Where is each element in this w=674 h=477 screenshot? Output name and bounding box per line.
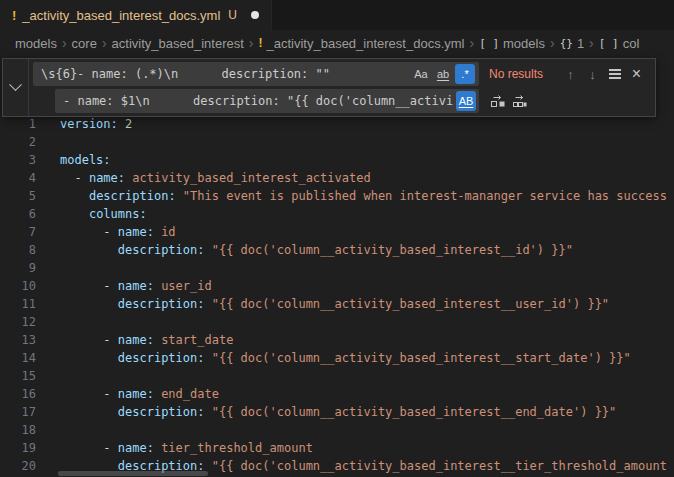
breadcrumb-label: activity_based_interest — [112, 36, 244, 51]
code-line[interactable]: 19 - name: tier_threshold_amount — [0, 439, 674, 457]
match-case-button[interactable]: Aa — [411, 64, 431, 84]
code-line[interactable]: 6 columns: — [0, 205, 674, 223]
warning-icon: ! — [258, 36, 262, 50]
line-number: 13 — [0, 331, 36, 349]
find-replace-widget: Aa ab .* No results ↑ ↓ × AB — [2, 58, 656, 117]
replace-all-button[interactable] — [509, 91, 530, 112]
line-number: 1 — [0, 115, 36, 133]
replace-input[interactable] — [55, 89, 479, 113]
next-match-button[interactable]: ↓ — [582, 64, 603, 85]
find-input-wrap: Aa ab .* — [33, 62, 479, 86]
code-text: - name: tier_threshold_amount — [36, 439, 313, 457]
breadcrumb-item[interactable]: !_activity_based_interest_docs.yml — [258, 36, 464, 51]
line-number: 11 — [0, 295, 36, 313]
breadcrumb-label: models — [15, 36, 57, 51]
code-line[interactable]: 18 — [0, 421, 674, 439]
breadcrumb-label: models — [503, 36, 545, 51]
line-number: 10 — [0, 277, 36, 295]
line-number: 2 — [0, 133, 36, 151]
tab-activity-based-interest-docs[interactable]: ! _activity_based_interest_docs.yml U — [0, 0, 272, 30]
code-text — [36, 367, 60, 385]
replace-row: AB — [33, 89, 651, 113]
whole-word-button[interactable]: ab — [433, 64, 453, 84]
find-widget-body: Aa ab .* No results ↑ ↓ × AB — [29, 59, 655, 116]
replace-input-wrap: AB — [55, 89, 479, 113]
toggle-replace-button[interactable] — [3, 59, 29, 116]
line-number: 20 — [0, 457, 36, 475]
code-text — [36, 133, 60, 151]
code-line[interactable]: 15 — [0, 367, 674, 385]
replace-icon — [490, 93, 506, 109]
code-text: - name: end_date — [36, 385, 219, 403]
code-line[interactable]: 11 description: "{{ doc('column__activit… — [0, 295, 674, 313]
breadcrumb-label: _activity_based_interest_docs.yml — [266, 36, 464, 51]
code-line[interactable]: 9 — [0, 259, 674, 277]
breadcrumb-item[interactable]: activity_based_interest — [112, 36, 244, 51]
yaml-warning-file-icon: ! — [12, 8, 16, 23]
line-number: 16 — [0, 385, 36, 403]
breadcrumb-item[interactable]: core — [72, 36, 97, 51]
horizontal-scrollbar-thumb[interactable] — [58, 471, 208, 476]
code-line[interactable]: 17 description: "{{ doc('column__activit… — [0, 403, 674, 421]
code-line[interactable]: 16 - name: end_date — [0, 385, 674, 403]
line-number: 8 — [0, 241, 36, 259]
find-in-selection-button[interactable] — [604, 64, 625, 85]
code-line[interactable]: 1version: 2 — [0, 115, 674, 133]
chevron-down-icon — [9, 78, 22, 91]
code-text — [36, 259, 60, 277]
code-line[interactable]: 7 - name: id — [0, 223, 674, 241]
previous-match-button[interactable]: ↑ — [560, 64, 581, 85]
code-line[interactable]: 5 description: "This event is published … — [0, 187, 674, 205]
dirty-indicator-icon[interactable] — [251, 11, 259, 19]
breadcrumb-label: col — [623, 36, 640, 51]
breadcrumb-label: core — [72, 36, 97, 51]
code-line[interactable]: 10 - name: user_id — [0, 277, 674, 295]
line-number: 4 — [0, 169, 36, 187]
code-text — [36, 421, 60, 439]
code-text — [36, 313, 60, 331]
regex-button[interactable]: .* — [455, 64, 475, 84]
breadcrumb-item[interactable]: [ ]models — [479, 36, 545, 51]
code-text: version: 2 — [36, 115, 132, 133]
line-number: 9 — [0, 259, 36, 277]
code-text: - name: id — [36, 223, 176, 241]
breadcrumb-separator-icon: › — [249, 35, 254, 51]
breadcrumb-item[interactable]: [ ]col — [599, 36, 640, 51]
code-text: columns: — [36, 205, 147, 223]
code-text: description: "{{ doc('column__activity_b… — [36, 241, 573, 259]
code-line[interactable]: 4 - name: activity_based_interest_activa… — [0, 169, 674, 187]
breadcrumb-separator-icon: › — [469, 35, 474, 51]
line-number: 6 — [0, 205, 36, 223]
line-number: 12 — [0, 313, 36, 331]
code-line[interactable]: 12 — [0, 313, 674, 331]
code-line[interactable]: 13 - name: start_date — [0, 331, 674, 349]
editor[interactable]: 1version: 223models:4 - name: activity_b… — [0, 56, 674, 475]
breadcrumb-item[interactable]: models — [15, 36, 57, 51]
code-line[interactable]: 8 description: "{{ doc('column__activity… — [0, 241, 674, 259]
breadcrumb-separator-icon: › — [102, 35, 107, 51]
breadcrumb-separator-icon: › — [550, 35, 555, 51]
preserve-case-button[interactable]: AB — [456, 91, 476, 111]
array-icon: [ ] — [599, 37, 619, 50]
selection-lines-icon — [609, 73, 621, 75]
line-number: 14 — [0, 349, 36, 367]
replace-button[interactable] — [487, 91, 508, 112]
breadcrumb: models›core›activity_based_interest›!_ac… — [0, 30, 674, 56]
line-number: 18 — [0, 421, 36, 439]
breadcrumb-item[interactable]: {}1 — [560, 36, 584, 51]
code-text: models: — [36, 151, 111, 169]
line-number: 5 — [0, 187, 36, 205]
line-number: 7 — [0, 223, 36, 241]
code-line[interactable]: 2 — [0, 133, 674, 151]
array-icon: [ ] — [479, 37, 499, 50]
code-line[interactable]: 14 description: "{{ doc('column__activit… — [0, 349, 674, 367]
find-results-label: No results — [489, 67, 559, 81]
code-text: description: "This event is published wh… — [36, 187, 667, 205]
code-line[interactable]: 3models: — [0, 151, 674, 169]
find-row: Aa ab .* No results ↑ ↓ × — [33, 62, 651, 86]
line-number: 3 — [0, 151, 36, 169]
line-number: 15 — [0, 367, 36, 385]
close-find-widget-button[interactable]: × — [626, 64, 647, 85]
code-text: description: "{{ doc('column__activity_b… — [36, 403, 616, 421]
code-text: description: "{{ doc('column__activity_b… — [36, 295, 609, 313]
